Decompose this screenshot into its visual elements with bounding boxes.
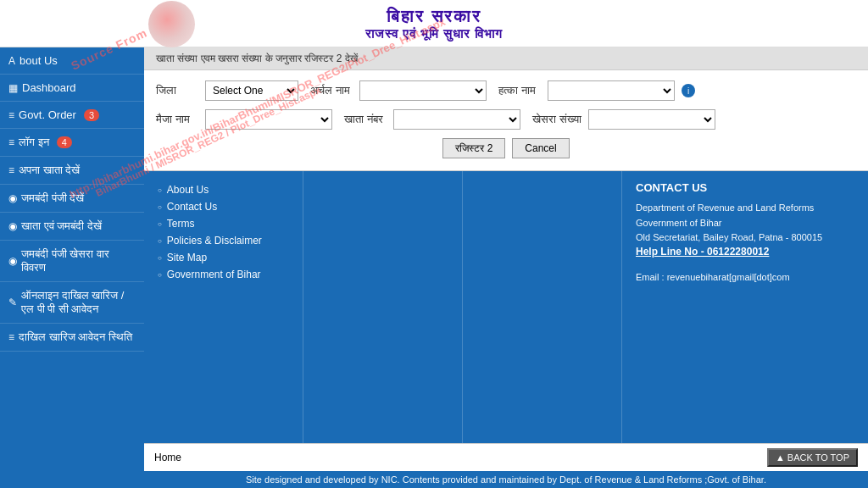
page-header: बिहार सरकार राजस्व एवं भूमि सुधार विभाग xyxy=(0,0,868,47)
footer-link-policies[interactable]: Policies & Disclaimer xyxy=(158,232,289,249)
sidebar-label-jambandi-khesara: जमबंदी पंजी खेसरा वार विवरण xyxy=(21,247,136,274)
main-content: खाता संख्या एवम खसरा संख्या के जनुसार रज… xyxy=(144,47,868,488)
jambandi-icon: ◉ xyxy=(8,192,17,204)
khata-label: खाता नंबर xyxy=(344,113,387,126)
footer-nav-list: About Us Contact Us Terms Policies & Dis… xyxy=(158,181,289,283)
login-badge: 4 xyxy=(57,136,72,148)
sidebar-label-login: लॉग इन xyxy=(19,136,49,149)
footer-nav-column-2 xyxy=(303,171,463,443)
hatka-label: हत्का नाम xyxy=(498,84,541,97)
form-group-archal: अर्चल नाम xyxy=(310,80,487,101)
dashboard-icon: ▦ xyxy=(8,82,18,94)
sidebar: A bout Us ▦ Dashboard ≡ Govt. Order 3 ≡ … xyxy=(0,47,144,488)
sidebar-item-dashboard[interactable]: ▦ Dashboard xyxy=(0,75,144,102)
page-subtitle-bar: खाता संख्या एवम खसरा संख्या के जनुसार रज… xyxy=(144,47,868,70)
header-logo xyxy=(148,1,195,47)
bottom-bar: Home ▲ BACK TO TOP xyxy=(144,443,868,471)
footer-link-terms[interactable]: Terms xyxy=(158,215,289,232)
login-icon: ≡ xyxy=(8,136,14,148)
sidebar-label-apna-khata: अपना खाता देखें xyxy=(19,164,80,177)
cancel-button[interactable]: Cancel xyxy=(512,138,569,158)
khata-select[interactable] xyxy=(393,109,520,130)
form-group-hatka: हत्का नाम i xyxy=(498,80,695,101)
apna-khata-icon: ≡ xyxy=(8,164,14,176)
footer-link-contact[interactable]: Contact Us xyxy=(158,198,289,215)
sidebar-item-about[interactable]: A bout Us xyxy=(0,47,144,75)
dakhil-icon: ✎ xyxy=(8,297,17,308)
contact-title: CONTACT US xyxy=(636,181,854,194)
back-to-top-button[interactable]: ▲ BACK TO TOP xyxy=(767,448,858,467)
khesara-select[interactable] xyxy=(588,109,715,130)
form-group-khata: खाता नंबर xyxy=(344,109,520,130)
footer-link-about[interactable]: About Us xyxy=(158,181,289,198)
sidebar-label-khata-jambandi: खाता एवं जमबंदी देखें xyxy=(21,219,102,233)
footer-credit-text: Site designed and developed by NIC. Cont… xyxy=(246,474,766,485)
footer-links-section: About Us Contact Us Terms Policies & Dis… xyxy=(144,171,868,443)
form-row-1: जिला Select One अर्चल नाम हत्का नाम xyxy=(156,80,856,101)
very-bottom-bar: Site designed and developed by NIC. Cont… xyxy=(144,471,868,488)
contact-helpline[interactable]: Help Line No - 06122280012 xyxy=(636,246,854,258)
archal-label: अर्चल नाम xyxy=(310,84,353,97)
mauza-label: मैजा नाम xyxy=(156,113,198,126)
sidebar-label-govtorder: Govt. Order xyxy=(19,108,76,121)
sidebar-item-apna-khata[interactable]: ≡ अपना खाता देखें xyxy=(0,157,144,185)
form-area: जिला Select One अर्चल नाम हत्का नाम xyxy=(144,70,868,171)
sidebar-label-dakhil-status: दाखिल खारिज आवेदन स्थिति xyxy=(19,330,132,344)
contact-email: Email : revenuebiharat[gmail[dot]com xyxy=(636,270,854,286)
sidebar-item-jambandi[interactable]: ◉ जमबंदी पंजी देखें xyxy=(0,185,144,213)
page-wrapper: बिहार सरकार राजस्व एवं भूमि सुधार विभाग … xyxy=(0,0,868,488)
form-group-mauza: मैजा नाम xyxy=(156,109,332,130)
sidebar-label-jambandi: जमबंदी पंजी देखें xyxy=(21,191,84,205)
form-group-khesara: खेसरा संख्या xyxy=(532,109,715,130)
header-title-main: बिहार सरकार xyxy=(0,7,868,26)
footer-link-sitemap[interactable]: Site Map xyxy=(158,249,289,266)
about-icon: A xyxy=(8,55,15,67)
khata-jambandi-icon: ◉ xyxy=(8,220,17,232)
form-row-2: मैजा नाम खाता नंबर खेसरा संख्या xyxy=(156,109,856,130)
contact-dept: Department of Revenue and Land Reforms xyxy=(636,201,854,216)
register-button[interactable]: रजिस्टर 2 xyxy=(442,138,505,158)
home-link[interactable]: Home xyxy=(154,452,181,463)
khesara-label: खेसरा संख्या xyxy=(532,113,581,126)
mauza-select[interactable] xyxy=(205,109,332,130)
district-label: जिला xyxy=(156,84,198,97)
buttons-row: रजिस्टर 2 Cancel xyxy=(156,138,856,158)
footer-link-govtbih[interactable]: Government of Bihar xyxy=(158,266,289,283)
sidebar-item-online-dakhil[interactable]: ✎ ऑनलाइन दाखिल खारिज / एल पी पी सी आवेदन xyxy=(0,282,144,324)
district-select[interactable]: Select One xyxy=(205,80,298,101)
archal-select[interactable] xyxy=(359,80,487,101)
sidebar-item-login[interactable]: ≡ लॉग इन 4 xyxy=(0,129,144,157)
form-group-district: जिला Select One xyxy=(156,80,298,101)
page-subtitle-text: खाता संख्या एवम खसरा संख्या के जनुसार रज… xyxy=(156,53,358,64)
footer-contact-column: CONTACT US Department of Revenue and Lan… xyxy=(622,171,868,443)
header-titles: बिहार सरकार राजस्व एवं भूमि सुधार विभाग xyxy=(0,7,868,42)
info-icon[interactable]: i xyxy=(682,84,695,97)
sidebar-item-dakhil-status[interactable]: ≡ दाखिल खारिज आवेदन स्थिति xyxy=(0,324,144,352)
contact-address: Old Secretariat, Bailey Road, Patna - 80… xyxy=(636,230,854,246)
body-area: A bout Us ▦ Dashboard ≡ Govt. Order 3 ≡ … xyxy=(0,47,868,488)
hatka-select[interactable] xyxy=(548,80,675,101)
sidebar-item-govtorder[interactable]: ≡ Govt. Order 3 xyxy=(0,102,144,129)
sidebar-label-dashboard: Dashboard xyxy=(22,81,76,94)
footer-nav-column-3 xyxy=(463,171,622,443)
sidebar-item-khata-jambandi[interactable]: ◉ खाता एवं जमबंदी देखें xyxy=(0,213,144,241)
sidebar-label-online-dakhil: ऑनलाइन दाखिल खारिज / एल पी पी सी आवेदन xyxy=(21,289,136,316)
sidebar-item-jambandi-kherasar[interactable]: ◉ जमबंदी पंजी खेसरा वार विवरण xyxy=(0,241,144,282)
govtorder-badge: 3 xyxy=(84,109,99,121)
govtorder-icon: ≡ xyxy=(8,109,14,121)
header-title-sub: राजस्व एवं भूमि सुधार विभाग xyxy=(0,26,868,42)
jambandi-khesara-icon: ◉ xyxy=(8,255,17,267)
footer-nav-column: About Us Contact Us Terms Policies & Dis… xyxy=(144,171,303,443)
sidebar-label-about: bout Us xyxy=(19,54,58,67)
dakhil-status-icon: ≡ xyxy=(8,331,14,343)
contact-govt: Government of Bihar xyxy=(636,216,854,231)
